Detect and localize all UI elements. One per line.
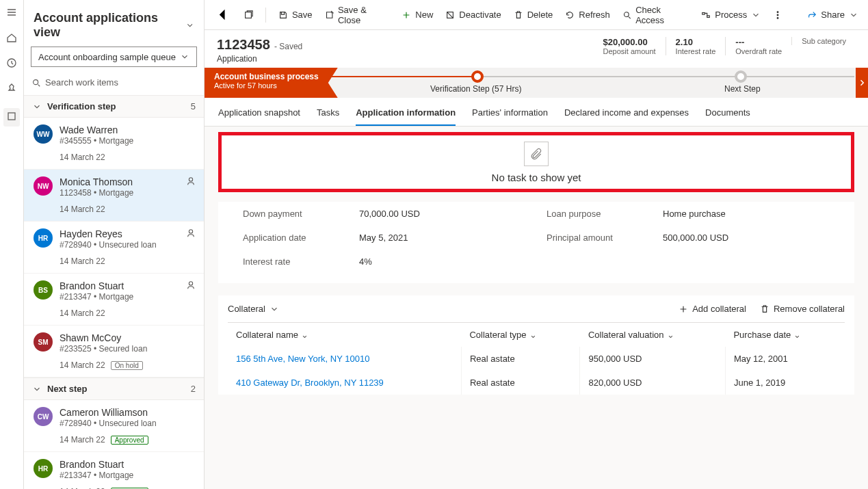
- work-item-meta: #233525 • Secured loan: [60, 344, 196, 354]
- work-item[interactable]: HR Brandon Stuart #213347 • Mortgage 14 …: [24, 452, 204, 489]
- bpf-stage-label: Verification Step (57 Hrs): [430, 84, 521, 94]
- work-item[interactable]: WW Wade Warren #345555 • Mortgage 14 Mar…: [24, 118, 204, 170]
- work-item[interactable]: NW Monica Thomson 1123458 • Mortgage 14 …: [24, 170, 204, 222]
- content-area: No task to show yet Down payment 70,000.…: [205, 127, 868, 489]
- work-item[interactable]: SM Shawn McCoy #233525 • Secured loan 14…: [24, 326, 204, 378]
- svg-rect-9: [702, 12, 705, 14]
- save-close-button[interactable]: Save & Close: [325, 5, 390, 25]
- hamburger-icon[interactable]: [6, 7, 17, 20]
- more-button[interactable]: [773, 10, 782, 20]
- add-collateral-button[interactable]: Add collateral: [679, 304, 746, 314]
- search-input[interactable]: Search work items: [31, 74, 197, 91]
- avatar: SM: [34, 332, 53, 352]
- work-item-meta: 1123458 • Mortgage: [60, 188, 196, 198]
- work-item[interactable]: CW Cameron Williamson #728940 • Unsecure…: [24, 400, 204, 452]
- home-icon[interactable]: [6, 32, 17, 45]
- search-placeholder: Search work items: [45, 77, 118, 88]
- avatar: BS: [34, 280, 53, 300]
- group-verification[interactable]: Verification step 5: [24, 95, 204, 118]
- view-title[interactable]: Account applications view: [24, 0, 204, 47]
- share-button[interactable]: Share: [807, 10, 858, 20]
- tab-strip: Application snapshot Tasks Application i…: [205, 98, 868, 127]
- queue-select-label: Account onboarding sample queue: [38, 52, 176, 62]
- work-item[interactable]: HR Hayden Reyes #728940 • Unsecured loan…: [24, 222, 204, 274]
- chevron-down-icon: [32, 384, 42, 394]
- check-access-button[interactable]: Check Access: [622, 5, 689, 25]
- record-entity: Application: [217, 54, 302, 64]
- cell: June 1, 2019: [725, 371, 845, 395]
- col-header[interactable]: Purchase date⌄: [725, 323, 845, 347]
- cell: Real astate: [461, 347, 579, 371]
- work-queue-sidebar: Account applications view Account onboar…: [24, 0, 205, 489]
- app-module-icon[interactable]: [3, 108, 20, 127]
- queue-select[interactable]: Account onboarding sample queue: [31, 47, 197, 67]
- bpf-stage-current[interactable]: [471, 70, 484, 83]
- work-item-name: Hayden Reyes: [60, 228, 196, 239]
- group-count: 5: [191, 101, 196, 111]
- record-saved-label: - Saved: [274, 42, 302, 51]
- tab-parties[interactable]: Parties' information: [472, 105, 548, 126]
- work-item-meta: #345555 • Mortgage: [60, 136, 196, 146]
- section-title[interactable]: Collateral: [228, 304, 279, 314]
- field-label: Down payment: [243, 209, 339, 219]
- assign-icon[interactable]: [186, 280, 196, 290]
- empty-text: No task to show yet: [492, 172, 581, 183]
- assign-icon[interactable]: [186, 176, 196, 186]
- collateral-link[interactable]: 410 Gateway Dr, Brooklyn, NY 11239: [236, 378, 384, 388]
- group-next[interactable]: Next step 2: [24, 378, 204, 400]
- refresh-button[interactable]: Refresh: [565, 10, 610, 20]
- process-button[interactable]: Process: [701, 10, 761, 20]
- back-button[interactable]: [214, 6, 231, 24]
- col-header[interactable]: Collateral type⌄: [461, 323, 579, 347]
- bpf-stage-next[interactable]: [735, 70, 747, 83]
- table-row[interactable]: 156 5th Ave, New York, NY 10010 Real ast…: [228, 347, 845, 371]
- save-button[interactable]: Save: [278, 10, 313, 20]
- col-header[interactable]: Collateral name⌄: [228, 323, 461, 347]
- work-item-list: Verification step 5 WW Wade Warren #3455…: [24, 95, 204, 489]
- work-item-name: Cameron Williamson: [60, 407, 196, 418]
- tab-application-information[interactable]: Application information: [356, 105, 456, 126]
- deactivate-button[interactable]: Deactivate: [445, 10, 501, 20]
- kpi-bar: $20,000.00Deposit amount 2.10Interest ra…: [594, 37, 856, 55]
- table-row[interactable]: 410 Gateway Dr, Brooklyn, NY 11239 Real …: [228, 371, 845, 395]
- new-button[interactable]: New: [402, 10, 433, 20]
- bpf-next-button[interactable]: [856, 68, 868, 98]
- field-value[interactable]: May 5, 2021: [359, 233, 526, 243]
- work-item-name: Wade Warren: [60, 124, 196, 135]
- recent-icon[interactable]: [6, 57, 17, 70]
- work-item-date: 14 March 22: [60, 256, 105, 266]
- pin-icon[interactable]: [6, 83, 17, 96]
- svg-point-2: [34, 79, 38, 84]
- work-item[interactable]: BS Brandon Stuart #213347 • Mortgage 14 …: [24, 274, 204, 326]
- tab-income[interactable]: Declared income and expenses: [564, 105, 689, 126]
- cell: 950,000 USD: [580, 347, 726, 371]
- business-process-flow: Verification Step (57 Hrs) Next Step Acc…: [205, 68, 868, 98]
- tab-documents[interactable]: Documents: [705, 105, 750, 126]
- field-value[interactable]: Home purchase: [663, 209, 830, 219]
- field-value[interactable]: 500,000.00 USD: [663, 233, 830, 243]
- work-item-date: 14 March 22: [60, 308, 105, 318]
- delete-button[interactable]: Delete: [514, 10, 553, 20]
- field-value[interactable]: 4%: [359, 256, 526, 267]
- avatar: NW: [34, 176, 53, 196]
- chevron-down-icon: [185, 21, 194, 30]
- cell: 820,000 USD: [580, 371, 726, 395]
- open-new-window-button[interactable]: [244, 10, 253, 20]
- avatar: HR: [34, 228, 53, 248]
- work-item-meta: #728940 • Unsecured loan: [60, 419, 196, 428]
- chevron-down-icon: [32, 102, 42, 111]
- col-header[interactable]: Collateral valuation⌄: [580, 323, 726, 347]
- kpi: ---Overdraft rate: [725, 37, 791, 55]
- search-icon: [31, 78, 41, 88]
- chevron-down-icon: [751, 10, 761, 20]
- tab-tasks[interactable]: Tasks: [317, 105, 339, 126]
- svg-point-13: [777, 17, 778, 18]
- tab-snapshot[interactable]: Application snapshot: [218, 105, 300, 126]
- remove-collateral-button[interactable]: Remove collateral: [760, 304, 845, 314]
- empty-task-callout: No task to show yet: [218, 132, 854, 192]
- assign-icon[interactable]: [186, 228, 196, 238]
- bpf-badge[interactable]: Account business process Active for 57 h…: [205, 68, 338, 98]
- work-item-date: 14 March 22: [60, 153, 105, 162]
- collateral-link[interactable]: 156 5th Ave, New York, NY 10010: [236, 354, 369, 364]
- field-value[interactable]: 70,000.00 USD: [359, 209, 526, 219]
